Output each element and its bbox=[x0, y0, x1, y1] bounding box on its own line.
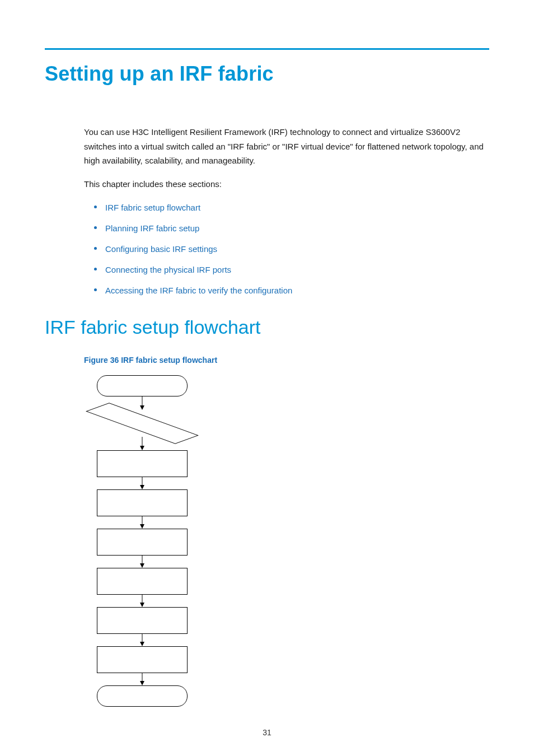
flowchart-arrow-icon bbox=[137, 595, 148, 607]
flowchart-process-step bbox=[97, 489, 188, 516]
page: Setting up an IRF fabric You can use H3C… bbox=[0, 0, 534, 756]
toc-item: Configuring basic IRF settings bbox=[84, 241, 489, 256]
svg-marker-7 bbox=[140, 524, 144, 529]
flowchart-decision bbox=[92, 410, 193, 437]
flowchart-start-terminal bbox=[97, 375, 188, 396]
svg-marker-3 bbox=[140, 446, 144, 450]
top-rule bbox=[45, 48, 489, 50]
page-number: 31 bbox=[0, 728, 534, 737]
svg-marker-15 bbox=[140, 681, 144, 685]
toc-link[interactable]: Configuring basic IRF settings bbox=[105, 244, 217, 254]
flowchart-process-step bbox=[97, 529, 188, 556]
flowchart-end-terminal bbox=[97, 685, 188, 707]
svg-marker-11 bbox=[140, 603, 144, 607]
flowchart-arrow-icon bbox=[137, 477, 148, 489]
flowchart-process-step bbox=[97, 607, 188, 634]
figure-caption: Figure 36 IRF fabric setup flowchart bbox=[84, 354, 489, 367]
toc-link[interactable]: Accessing the IRF fabric to verify the c… bbox=[105, 286, 292, 295]
flowchart-process-step bbox=[97, 568, 188, 595]
svg-marker-1 bbox=[140, 405, 144, 410]
svg-marker-5 bbox=[140, 485, 144, 489]
svg-marker-9 bbox=[140, 563, 144, 568]
toc-lead: This chapter includes these sections: bbox=[84, 177, 489, 192]
flowchart-arrow-icon bbox=[137, 396, 148, 410]
flowchart-process-step bbox=[97, 646, 188, 673]
section-heading: IRF fabric setup flowchart bbox=[45, 311, 489, 344]
toc-item: IRF fabric setup flowchart bbox=[84, 200, 489, 215]
flowchart-process-step bbox=[97, 450, 188, 477]
flowchart-arrow-icon bbox=[137, 556, 148, 568]
toc-link[interactable]: IRF fabric setup flowchart bbox=[105, 203, 200, 212]
toc-list: IRF fabric setup flowchart Planning IRF … bbox=[84, 200, 489, 298]
svg-marker-13 bbox=[140, 642, 144, 646]
flowchart-arrow-icon bbox=[137, 516, 148, 529]
toc-item: Accessing the IRF fabric to verify the c… bbox=[84, 283, 489, 298]
flowchart-arrow-icon bbox=[137, 437, 148, 450]
flowchart-arrow-icon bbox=[137, 673, 148, 685]
toc-item: Planning IRF fabric setup bbox=[84, 221, 489, 236]
toc-link[interactable]: Connecting the physical IRF ports bbox=[105, 265, 231, 274]
body-content: You can use H3C Intelligent Resilient Fr… bbox=[84, 125, 489, 707]
flowchart-arrow-icon bbox=[137, 634, 148, 646]
toc-item: Connecting the physical IRF ports bbox=[84, 262, 489, 277]
flowchart bbox=[92, 375, 193, 707]
toc-link[interactable]: Planning IRF fabric setup bbox=[105, 223, 199, 233]
page-title: Setting up an IRF fabric bbox=[45, 62, 489, 86]
intro-paragraph: You can use H3C Intelligent Resilient Fr… bbox=[84, 125, 489, 168]
